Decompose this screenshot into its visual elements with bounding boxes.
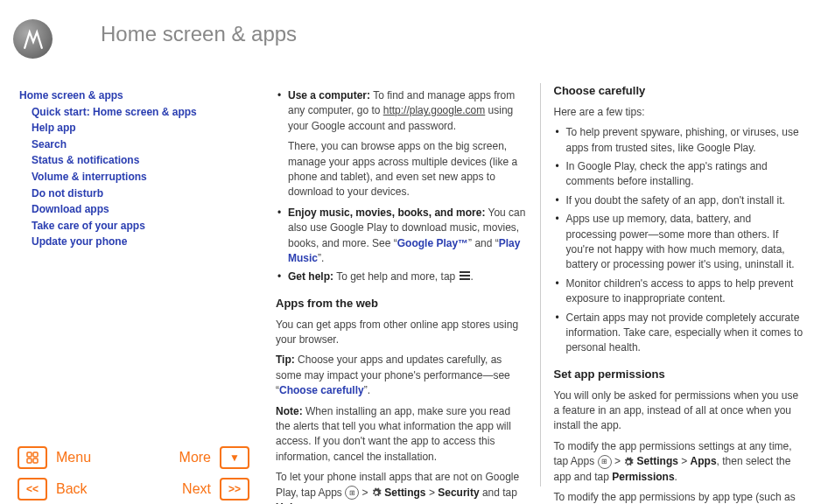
apps-icon: ⊞ [598,455,612,469]
svg-rect-1 [33,452,38,457]
sidebar-item-status[interactable]: Status & notifications [32,154,139,166]
tip-item: In Google Play, check the app's ratings … [554,159,805,190]
heading-apps-web: Apps from the web [276,296,527,312]
link-google-play[interactable]: Google Play™ [397,237,468,249]
link-play-google[interactable]: http://play.google.com [383,104,486,116]
tip-item: To help prevent spyware, phishing, or vi… [554,125,805,156]
page-title: Home screen & apps [101,22,297,46]
sidebar-heading[interactable]: Home screen & apps [19,89,123,102]
menu-button-icon[interactable] [18,446,47,469]
svg-rect-2 [27,458,32,463]
modify-by-type-paragraph: To modify the app permissions by app typ… [554,490,805,504]
svg-rect-0 [27,452,32,457]
sidebar-item-quickstart[interactable]: Quick start: Home screen & apps [32,106,197,118]
sidebar-nav: Home screen & apps Quick start: Home scr… [19,88,229,250]
link-choose-carefully[interactable]: Choose carefully [279,384,364,396]
tip-item: Certain apps may not provide completely … [554,311,805,356]
bullet-enjoy: Enjoy music, movies, books, and more: Yo… [276,206,527,267]
sidebar-item-help[interactable]: Help app [32,122,76,134]
heading-app-permissions: Set app permissions [554,367,805,383]
back-button-icon[interactable]: << [18,478,47,500]
column-1: Use a computer: To find and manage apps … [263,83,541,486]
more-button[interactable]: More [179,450,211,466]
column-2: Choose carefully Here are a few tips: To… [541,83,818,486]
svg-rect-3 [33,458,38,463]
note-paragraph: Note: When installing an app, make sure … [276,404,527,466]
more-button-icon[interactable]: ▼ [220,446,249,469]
tip-item: Apps use up memory, data, battery, and p… [554,212,805,273]
bullet-get-help: Get help: To get help and more, tap . [276,270,527,285]
gear-icon [623,457,634,467]
menu-button[interactable]: Menu [56,450,91,466]
modify-permissions-paragraph: To modify the app permissions settings a… [554,439,805,485]
bullet-use-computer: Use a computer: To find and manage apps … [276,88,527,200]
sidebar-item-update[interactable]: Update your phone [32,235,127,248]
menu-icon [459,270,471,284]
footer-nav: Menu More ▼ << Back Next >> [18,446,249,504]
sidebar-item-search[interactable]: Search [32,138,67,150]
sidebar-item-volume[interactable]: Volume & interruptions [32,171,147,183]
next-button-icon[interactable]: >> [220,478,249,500]
sidebar-item-care[interactable]: Take care of your apps [32,220,145,232]
tip-item: Monitor children's access to apps to hel… [554,276,805,307]
heading-choose-carefully: Choose carefully [554,83,805,100]
sidebar-item-download[interactable]: Download apps [32,203,109,215]
apps-icon: ⊞ [345,486,359,500]
tips-list: To help prevent spyware, phishing, or vi… [554,125,805,355]
sidebar-item-dnd[interactable]: Do not disturb [32,187,103,200]
gear-icon [371,487,382,498]
motorola-logo [13,19,53,59]
next-button[interactable]: Next [182,481,211,497]
back-button[interactable]: Back [56,481,88,497]
tip-paragraph: Tip: Choose your apps and updates carefu… [276,353,527,398]
unknown-sources-paragraph: To let your phone install apps that are … [276,470,527,504]
tip-item: If you doubt the safety of an app, don't… [554,193,805,208]
